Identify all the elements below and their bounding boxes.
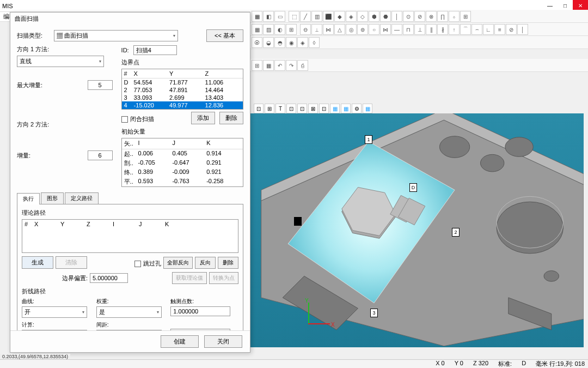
- touch-points-input[interactable]: [170, 306, 230, 316]
- tool-icon[interactable]: ⬣: [380, 11, 391, 22]
- reverse-all-button[interactable]: 全部反向: [163, 257, 193, 269]
- get-theory-button[interactable]: 获取理论值: [172, 272, 207, 284]
- add-button[interactable]: 添加: [191, 112, 215, 124]
- tool-icon[interactable]: ▥: [311, 11, 322, 22]
- tool-icon[interactable]: ⦿: [252, 37, 262, 48]
- tool-icon[interactable]: ◐: [274, 24, 285, 35]
- ctx-icon[interactable]: ▦: [330, 104, 340, 113]
- clear-button[interactable]: 清除: [56, 256, 87, 269]
- ctx-icon[interactable]: ⊡: [319, 104, 329, 113]
- ctx-icon[interactable]: ⊡: [286, 104, 296, 113]
- table-row[interactable]: 平..0.593-0.763-0.258: [122, 177, 243, 186]
- marker-3[interactable]: 3: [370, 309, 378, 317]
- boundary-table[interactable]: # X Y Z D54.55471.87711.006277.05347.891…: [121, 69, 243, 110]
- ctx-icon[interactable]: ⊡: [254, 104, 264, 113]
- marker-1[interactable]: 1: [365, 135, 372, 144]
- table-row[interactable]: 起..0.0060.4050.914: [122, 149, 243, 159]
- tool-icon[interactable]: ⊘: [414, 11, 425, 22]
- max-inc-input[interactable]: [88, 80, 113, 90]
- box-icon[interactable]: ▭: [274, 11, 285, 22]
- dir1-combo[interactable]: 直线▾: [17, 56, 104, 67]
- tool-icon[interactable]: ⊘: [506, 24, 517, 35]
- tool-icon[interactable]: ⊗: [426, 11, 437, 22]
- to-point-button[interactable]: 转换为点: [209, 272, 238, 284]
- tool-icon[interactable]: ⊥: [414, 24, 425, 35]
- print-icon[interactable]: ⎙: [297, 60, 308, 71]
- tool-icon[interactable]: ⊙: [403, 11, 414, 22]
- tool-icon[interactable]: ◈: [346, 11, 357, 22]
- tool-icon[interactable]: ⊚: [357, 24, 368, 35]
- tab-exec[interactable]: 执行: [17, 193, 40, 204]
- tool-icon[interactable]: ∟: [483, 24, 494, 35]
- generate-button[interactable]: 生成: [22, 256, 53, 269]
- reverse-button[interactable]: 反向: [195, 257, 216, 269]
- gear-icon[interactable]: ⚙: [352, 104, 362, 113]
- tool-icon[interactable]: ⬨: [449, 11, 460, 22]
- ctx-icon[interactable]: ⊞: [265, 104, 274, 113]
- tool-icon[interactable]: ○: [369, 24, 379, 35]
- tool-icon[interactable]: ≡: [494, 24, 505, 35]
- tool-icon[interactable]: ⬚: [289, 11, 299, 22]
- tool-icon[interactable]: ◎: [346, 24, 357, 35]
- tool-icon[interactable]: ╱: [300, 11, 311, 22]
- inc-input[interactable]: [88, 150, 113, 160]
- tool-icon[interactable]: ⊞: [460, 11, 471, 22]
- tool-icon[interactable]: △: [334, 24, 345, 35]
- tool-icon[interactable]: ⊞: [252, 60, 262, 71]
- table-row[interactable]: 终..0.389-0.0090.921: [122, 168, 243, 177]
- tool-icon[interactable]: ◇: [357, 11, 368, 22]
- tab-graph[interactable]: 图形: [41, 192, 64, 204]
- tool-icon[interactable]: ◊: [309, 37, 320, 48]
- probe-icon[interactable]: │: [391, 11, 402, 22]
- ctx-icon[interactable]: T: [275, 104, 285, 113]
- basic-button[interactable]: << 基本: [206, 29, 243, 42]
- table-row[interactable]: 剖..-0.705-0.6470.291: [122, 159, 243, 168]
- tool-icon[interactable]: ∦: [437, 24, 448, 35]
- tool-icon[interactable]: ⟂: [311, 24, 322, 35]
- tool-icon[interactable]: ▦: [263, 60, 274, 71]
- tool-icon[interactable]: │: [517, 24, 528, 35]
- ctx-icon[interactable]: ⊡: [297, 104, 307, 113]
- tool-icon[interactable]: ⊓: [403, 24, 414, 35]
- tool-icon[interactable]: ▦: [252, 24, 262, 35]
- undo-icon[interactable]: ↶: [274, 60, 285, 71]
- table-row[interactable]: D54.55471.87711.006: [122, 79, 243, 86]
- table-row[interactable]: 333.0932.69913.403: [122, 94, 243, 101]
- tool-icon[interactable]: ∏: [437, 11, 448, 22]
- marker-dark[interactable]: [294, 217, 302, 226]
- view-icon[interactable]: ◧: [263, 11, 274, 22]
- 3d-viewport[interactable]: 1 2 3 D: [250, 113, 584, 347]
- tool-icon[interactable]: ⬢: [369, 11, 379, 22]
- tool-icon[interactable]: —: [391, 24, 402, 35]
- skip-hole-checkbox[interactable]: [134, 261, 141, 267]
- redo-icon[interactable]: ↷: [286, 60, 297, 71]
- path-table[interactable]: # X Y Z I J K: [22, 219, 238, 253]
- tool-icon[interactable]: ⋈: [323, 24, 334, 35]
- ctx-icon[interactable]: ▦: [363, 104, 372, 113]
- boundary-offset-input[interactable]: [90, 273, 128, 283]
- tool-icon[interactable]: ◆: [334, 11, 345, 22]
- tool-icon[interactable]: ⬛: [323, 11, 334, 22]
- delete-button[interactable]: 删除: [219, 112, 243, 124]
- marker-2[interactable]: 2: [452, 228, 460, 237]
- weight-combo[interactable]: 是▾: [96, 306, 162, 318]
- tool-icon[interactable]: ◓: [274, 37, 285, 48]
- tool-icon[interactable]: ◉: [286, 37, 297, 48]
- tool-icon[interactable]: ⌒: [460, 24, 471, 35]
- delete-path-button[interactable]: 删除: [218, 257, 238, 269]
- tab-define[interactable]: 定义路径: [65, 192, 99, 204]
- tool-icon[interactable]: ↑: [449, 24, 460, 35]
- table-row[interactable]: 277.05347.89114.464: [122, 86, 243, 94]
- create-button[interactable]: 创建: [161, 335, 199, 348]
- closed-scan-checkbox[interactable]: [121, 116, 128, 123]
- tool-icon[interactable]: ⊖: [300, 24, 311, 35]
- tool-icon[interactable]: ▨: [263, 24, 274, 35]
- tool-icon[interactable]: ∥: [426, 24, 437, 35]
- ctx-icon[interactable]: ▦: [341, 104, 351, 113]
- ctx-icon[interactable]: ⊠: [308, 104, 318, 113]
- cube-icon[interactable]: ▦: [252, 11, 262, 22]
- tool-icon[interactable]: ◒: [263, 37, 274, 48]
- curve-combo[interactable]: 开▾: [22, 306, 87, 318]
- scan-type-combo[interactable]: ▦ 曲面扫描▾: [54, 30, 178, 41]
- tool-icon[interactable]: ⋈: [380, 24, 391, 35]
